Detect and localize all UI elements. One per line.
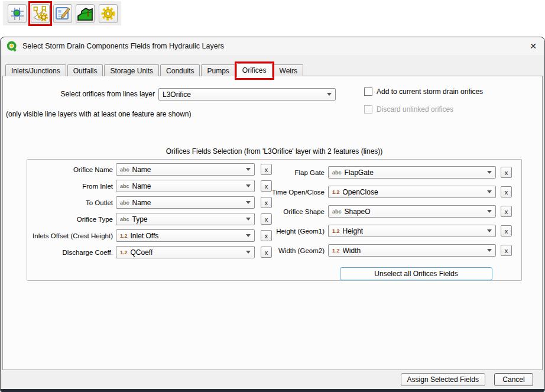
close-icon[interactable]: ✕ bbox=[522, 37, 544, 55]
field-row-flap-gate: Flap Gate abc FlapGate x bbox=[265, 166, 512, 179]
field-label: Orifice Shape bbox=[265, 205, 325, 218]
decimal-field-type-icon: 1.2 bbox=[332, 189, 340, 195]
string-field-type-icon: abc bbox=[332, 209, 342, 215]
field-label: To Outlet bbox=[28, 196, 113, 209]
field-label: Width (Geom2) bbox=[265, 244, 325, 257]
string-field-type-icon: abc bbox=[120, 216, 129, 222]
string-field-type-icon: abc bbox=[332, 170, 342, 176]
orifice-name-combobox[interactable]: abc Name bbox=[116, 163, 255, 176]
screenshot-canvas: Select Storm Drain Components Fields fro… bbox=[0, 0, 545, 392]
checkbox-icon bbox=[364, 105, 372, 114]
field-row-orifice-name: Orifice Name abc Name x bbox=[28, 163, 272, 176]
decimal-field-type-icon: 1.2 bbox=[332, 228, 340, 234]
orifices-tab-page: Select orifices from lines layer L3Orifi… bbox=[2, 76, 543, 370]
schematize-button[interactable] bbox=[8, 4, 27, 23]
width-geom2-combobox[interactable]: 1.2 Width bbox=[328, 244, 496, 257]
settings-gear-icon bbox=[100, 5, 116, 22]
lines-layer-combobox[interactable]: L3Orifice bbox=[158, 88, 336, 101]
chevron-down-icon bbox=[487, 249, 492, 252]
discard-unlinked-checkbox: Discard unlinked orifices bbox=[364, 105, 453, 114]
checkbox-icon bbox=[364, 88, 372, 96]
qgis-logo-icon bbox=[7, 41, 18, 52]
lines-layer-value: L3Orifice bbox=[163, 90, 191, 99]
chevron-down-icon bbox=[487, 229, 492, 232]
chevron-down-icon bbox=[487, 210, 492, 213]
field-label: Time Open/Close bbox=[265, 186, 325, 198]
qgis-plugin-toolbar bbox=[3, 1, 121, 25]
clear-field-button[interactable]: x bbox=[501, 206, 512, 217]
component-tabs: Inlets/Junctions Outfalls Storage Units … bbox=[5, 63, 304, 76]
field-row-discharge-coeff: Discharge Coeff. 1.2 QCoeff x bbox=[28, 246, 272, 258]
select-components-fields-button[interactable] bbox=[31, 4, 50, 23]
field-row-orifice-shape: Orifice Shape abc ShapeO x bbox=[265, 205, 512, 218]
tab-orifices[interactable]: Orifices bbox=[236, 63, 272, 77]
chevron-down-icon bbox=[487, 171, 492, 174]
chevron-down-icon bbox=[327, 93, 332, 96]
clear-field-button[interactable]: x bbox=[501, 186, 512, 197]
attributes-form-button[interactable] bbox=[53, 4, 72, 23]
field-label: Discharge Coeff. bbox=[28, 246, 113, 258]
clear-field-button[interactable]: x bbox=[501, 225, 512, 237]
cancel-button[interactable]: Cancel bbox=[494, 373, 533, 386]
tab-orifices-label: Orifices bbox=[242, 66, 267, 74]
chevron-down-icon bbox=[246, 184, 251, 187]
field-row-to-outlet: To Outlet abc Name x bbox=[28, 196, 272, 209]
flap-gate-combobox[interactable]: abc FlapGate bbox=[328, 166, 496, 179]
field-label: From Inlet bbox=[28, 180, 113, 192]
orifice-shape-combobox[interactable]: abc ShapeO bbox=[328, 205, 496, 218]
string-field-type-icon: abc bbox=[120, 200, 129, 206]
assign-selected-fields-button[interactable]: Assign Selected Fields bbox=[401, 373, 485, 386]
field-row-time-open-close: Time Open/Close 1.2 OpenClose x bbox=[265, 186, 512, 198]
from-inlet-combobox[interactable]: abc Name bbox=[116, 180, 255, 192]
field-row-inlets-offset: Inlets Offset (Crest Height) 1.2 Inlet O… bbox=[28, 229, 272, 242]
orifices-fields-groupbox: Orifice Name abc Name x From Inlet abc N… bbox=[27, 159, 522, 281]
dialog-button-box: Assign Selected Fields Cancel bbox=[1, 370, 544, 389]
levee-profile-button[interactable] bbox=[76, 4, 95, 23]
layer-select-label: Select orifices from lines layer bbox=[3, 88, 155, 101]
orifice-type-combobox[interactable]: abc Type bbox=[116, 213, 255, 225]
clear-field-button[interactable]: x bbox=[501, 167, 512, 178]
field-row-width-geom2: Width (Geom2) 1.2 Width x bbox=[265, 244, 512, 257]
decimal-field-type-icon: 1.2 bbox=[120, 233, 128, 239]
chevron-down-icon bbox=[246, 234, 251, 237]
field-label: Inlets Offset (Crest Height) bbox=[28, 229, 113, 242]
discharge-coeff-combobox[interactable]: 1.2 QCoeff bbox=[116, 246, 255, 258]
dialog-titlebar: Select Storm Drain Components Fields fro… bbox=[1, 37, 544, 55]
string-field-type-icon: abc bbox=[120, 167, 129, 173]
chevron-down-icon bbox=[246, 168, 251, 171]
schematize-grid-icon bbox=[9, 5, 25, 22]
levee-profile-icon bbox=[77, 5, 93, 22]
components-fields-network-gear-icon bbox=[32, 5, 48, 22]
time-open-close-combobox[interactable]: 1.2 OpenClose bbox=[328, 186, 496, 198]
chevron-down-icon bbox=[246, 251, 251, 254]
field-label: Height (Geom1) bbox=[265, 225, 325, 237]
to-outlet-combobox[interactable]: abc Name bbox=[116, 196, 255, 209]
tab-inlets-junctions[interactable]: Inlets/Junctions bbox=[5, 64, 66, 76]
tab-outfalls[interactable]: Outfalls bbox=[67, 64, 103, 76]
chevron-down-icon bbox=[487, 190, 492, 193]
attributes-form-pencil-icon bbox=[54, 5, 71, 22]
tab-weirs[interactable]: Weirs bbox=[274, 64, 303, 76]
field-label: Orifice Type bbox=[28, 213, 113, 225]
decimal-field-type-icon: 1.2 bbox=[120, 250, 128, 255]
inlets-offset-combobox[interactable]: 1.2 Inlet Offs bbox=[116, 229, 255, 242]
field-label: Flap Gate bbox=[265, 166, 325, 179]
field-row-orifice-type: Orifice Type abc Type x bbox=[28, 213, 272, 225]
height-geom1-combobox[interactable]: 1.2 Height bbox=[328, 225, 496, 237]
decimal-field-type-icon: 1.2 bbox=[332, 248, 340, 254]
field-row-from-inlet: From Inlet abc Name x bbox=[28, 180, 272, 192]
unselect-all-orifices-fields-button[interactable]: Unselect all Orifices Fields bbox=[340, 267, 492, 280]
storm-drain-fields-dialog: Select Storm Drain Components Fields fro… bbox=[0, 37, 545, 392]
tab-pumps[interactable]: Pumps bbox=[201, 64, 235, 76]
tab-conduits[interactable]: Conduits bbox=[160, 64, 200, 76]
chevron-down-icon bbox=[246, 218, 251, 221]
field-row-height-geom1: Height (Geom1) 1.2 Height x bbox=[265, 225, 512, 237]
add-to-current-checkbox[interactable]: Add to current storm drain orifices bbox=[364, 88, 483, 96]
settings-button[interactable] bbox=[99, 4, 118, 23]
field-label: Orifice Name bbox=[28, 163, 113, 176]
fields-group-title: Orifices Fields Selection (from 'L3Orifi… bbox=[27, 147, 522, 155]
dialog-title: Select Storm Drain Components Fields fro… bbox=[22, 42, 224, 50]
visible-layers-note: (only visible line layers with at least … bbox=[6, 110, 192, 118]
tab-storage-units[interactable]: Storage Units bbox=[104, 64, 159, 76]
clear-field-button[interactable]: x bbox=[501, 245, 512, 256]
